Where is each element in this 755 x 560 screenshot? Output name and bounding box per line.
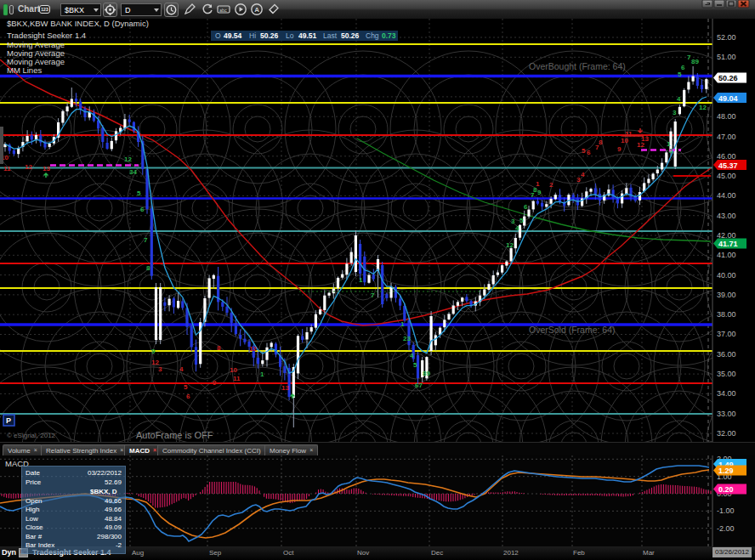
svg-text:3: 3: [673, 109, 677, 116]
svg-text:4: 4: [179, 365, 184, 373]
svg-text:10: 10: [621, 137, 628, 144]
svg-text:1: 1: [359, 276, 363, 284]
svg-text:7: 7: [144, 236, 148, 244]
svg-text:8: 8: [599, 139, 603, 146]
svg-text:4: 4: [410, 352, 414, 359]
svg-text:50.26: 50.26: [341, 31, 360, 40]
svg-text:3: 3: [158, 365, 162, 373]
svg-text:6: 6: [186, 393, 190, 400]
svg-text:9: 9: [213, 379, 217, 387]
svg-text:35.00: 35.00: [717, 370, 736, 378]
svg-text:10: 10: [230, 366, 237, 374]
svg-text:5: 5: [184, 383, 188, 391]
svg-text:46.00: 46.00: [717, 152, 736, 161]
svg-text:5: 5: [678, 71, 682, 78]
svg-text:43.00: 43.00: [717, 212, 736, 220]
svg-text:© eSignal, 2012: © eSignal, 2012: [7, 432, 56, 439]
svg-text:49.51: 49.51: [298, 31, 317, 40]
svg-text:6: 6: [681, 64, 685, 71]
svg-text:4: 4: [581, 171, 585, 178]
svg-text:$BKX,KBW BANK INDEX, D (Dynami: $BKX,KBW BANK INDEX, D (Dynamic): [7, 19, 149, 28]
svg-text:49.54: 49.54: [224, 31, 242, 40]
svg-text:8: 8: [217, 344, 221, 352]
svg-text:1: 1: [400, 320, 405, 328]
svg-text:51.00: 51.00: [717, 53, 736, 61]
svg-text:67: 67: [415, 382, 423, 389]
svg-text:5: 5: [413, 361, 417, 369]
svg-text:-1.00: -1.00: [717, 506, 735, 515]
svg-text:32.00: 32.00: [717, 429, 736, 438]
svg-text:45.00: 45.00: [717, 172, 736, 180]
svg-text:abc: abc: [219, 8, 227, 13]
svg-text:12: 12: [124, 156, 132, 163]
svg-text:9: 9: [151, 348, 156, 355]
svg-text:6: 6: [524, 203, 528, 211]
svg-text:89: 89: [691, 58, 699, 65]
svg-text:12: 12: [25, 163, 32, 171]
svg-text:A: A: [254, 6, 259, 14]
svg-text:P: P: [6, 416, 11, 425]
svg-text:O: O: [215, 31, 221, 40]
svg-text:11: 11: [3, 165, 11, 173]
svg-text:MM Lines: MM Lines: [7, 65, 42, 75]
svg-text:36.00: 36.00: [717, 350, 736, 359]
svg-text:5: 5: [519, 217, 524, 224]
svg-text:44.00: 44.00: [717, 191, 736, 200]
svg-text:47.00: 47.00: [717, 133, 736, 141]
svg-text:12: 12: [506, 241, 514, 249]
svg-text:1: 1: [536, 180, 540, 188]
svg-text:23: 23: [403, 335, 411, 342]
svg-text:41.71: 41.71: [718, 240, 738, 248]
svg-text:Lo: Lo: [286, 31, 294, 40]
svg-text:45.37: 45.37: [718, 161, 738, 170]
svg-text:Chg: Chg: [366, 31, 379, 40]
svg-text:5: 5: [582, 147, 586, 155]
svg-text:33.00: 33.00: [717, 410, 736, 418]
svg-text:13: 13: [641, 135, 649, 143]
svg-text:2: 2: [669, 147, 673, 155]
svg-text:89: 89: [423, 370, 430, 377]
svg-text:12: 12: [699, 104, 707, 111]
svg-text:OverBought (Frame: 64): OverBought (Frame: 64): [529, 61, 626, 71]
svg-text:-2.00: -2.00: [717, 524, 735, 533]
svg-text:4: 4: [515, 224, 519, 232]
svg-text:8: 8: [146, 264, 150, 272]
svg-text:5: 5: [137, 189, 141, 197]
svg-text:9: 9: [537, 189, 542, 196]
svg-text:Hi: Hi: [249, 31, 256, 40]
svg-text:7: 7: [371, 291, 375, 299]
svg-text:1.29: 1.29: [718, 467, 734, 475]
svg-text:0.20: 0.20: [718, 485, 734, 494]
svg-text:50.26: 50.26: [718, 74, 738, 82]
svg-text:1: 1: [260, 371, 264, 378]
svg-text:40.00: 40.00: [717, 271, 736, 280]
svg-text:13: 13: [43, 165, 50, 173]
svg-text:AutoFrame is OFF: AutoFrame is OFF: [136, 430, 213, 440]
svg-text:6: 6: [587, 149, 591, 156]
svg-text:34: 34: [129, 168, 137, 176]
svg-text:2: 2: [549, 181, 553, 189]
svg-text:0.73: 0.73: [382, 31, 396, 40]
svg-text:6: 6: [140, 206, 145, 213]
svg-text:13: 13: [281, 384, 289, 392]
svg-text:50.26: 50.26: [260, 31, 279, 40]
svg-text:9: 9: [617, 145, 622, 153]
svg-text:Tradesight Seeker 1.4: Tradesight Seeker 1.4: [7, 31, 86, 40]
svg-text:4: 4: [677, 95, 681, 103]
svg-text:37.00: 37.00: [717, 330, 736, 338]
svg-text:52.00: 52.00: [717, 33, 736, 42]
svg-text:11: 11: [625, 130, 633, 138]
svg-text:48.00: 48.00: [717, 112, 736, 121]
svg-text:OverSold (Frame: 64): OverSold (Frame: 64): [529, 325, 616, 335]
svg-text:41.00: 41.00: [717, 251, 736, 259]
svg-text:34.00: 34.00: [717, 389, 736, 398]
svg-text:11: 11: [233, 375, 241, 382]
svg-text:Last: Last: [323, 31, 338, 40]
svg-text:12: 12: [249, 345, 257, 353]
svg-text:38.00: 38.00: [717, 310, 736, 319]
svg-text:39.00: 39.00: [717, 291, 736, 299]
svg-text:49.04: 49.04: [718, 94, 738, 103]
